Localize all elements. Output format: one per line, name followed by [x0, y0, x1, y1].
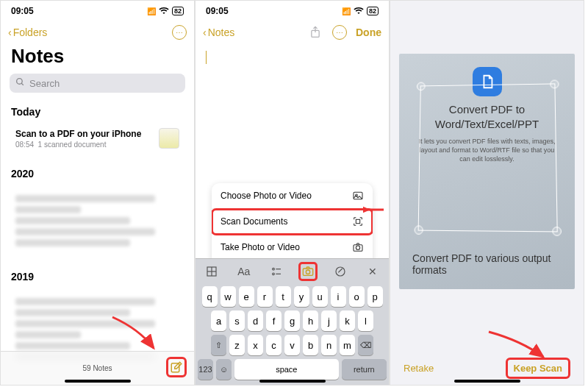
- svg-point-13: [272, 268, 274, 270]
- key-r[interactable]: r: [257, 286, 273, 307]
- key-v[interactable]: v: [284, 335, 300, 355]
- crop-handle-bl[interactable]: [415, 225, 423, 234]
- scan-lower-title: Convert PDF to various output formats: [412, 252, 575, 276]
- key-a[interactable]: a: [211, 310, 226, 331]
- status-time: 09:05: [206, 6, 229, 16]
- key-t[interactable]: t: [276, 286, 291, 307]
- notes-group-2020[interactable]: [8, 184, 187, 258]
- home-indicator[interactable]: [259, 380, 326, 383]
- svg-point-0: [17, 79, 23, 85]
- note-thumbnail: [159, 128, 179, 149]
- key-k[interactable]: k: [340, 310, 355, 331]
- home-indicator[interactable]: [65, 380, 131, 383]
- svg-point-19: [336, 267, 345, 276]
- menu-label: Choose Photo or Video: [220, 191, 312, 201]
- checklist-button[interactable]: [267, 262, 286, 281]
- menu-scan-documents[interactable]: Scan Documents: [212, 209, 373, 235]
- emoji-key[interactable]: ☺: [216, 359, 232, 380]
- key-z[interactable]: z: [229, 335, 245, 355]
- section-today: Today: [1, 100, 194, 122]
- numbers-key[interactable]: 123: [198, 359, 213, 380]
- key-u[interactable]: u: [312, 286, 328, 307]
- back-label: Notes: [208, 26, 235, 38]
- search-input[interactable]: Search: [10, 74, 185, 93]
- key-d[interactable]: d: [248, 310, 263, 331]
- backspace-key[interactable]: ⌫: [358, 335, 373, 355]
- key-x[interactable]: x: [248, 335, 263, 355]
- note-row[interactable]: Scan to a PDF on your iPhone 08:54 1 sca…: [8, 122, 187, 155]
- key-q[interactable]: q: [202, 286, 218, 307]
- signal-icon: 📶: [342, 7, 351, 15]
- key-h[interactable]: h: [303, 310, 318, 331]
- status-time: 09:05: [11, 6, 34, 16]
- markup-button[interactable]: [331, 262, 350, 281]
- scan-action-bar: Retake Keep Scan: [390, 358, 584, 379]
- space-key[interactable]: space: [234, 359, 339, 380]
- compose-button[interactable]: [166, 357, 187, 377]
- key-l[interactable]: l: [358, 310, 373, 331]
- menu-label: Scan Documents: [220, 216, 287, 227]
- note-title: Scan to a PDF on your iPhone: [15, 129, 141, 139]
- back-button[interactable]: ‹ Notes: [203, 26, 234, 38]
- key-j[interactable]: j: [321, 310, 337, 331]
- chevron-left-icon: ‹: [8, 26, 12, 38]
- crop-handle-br[interactable]: [552, 227, 562, 236]
- menu-label: Take Photo or Video: [220, 242, 300, 252]
- nav-bar: ‹ Folders ⋯: [1, 21, 194, 43]
- key-y[interactable]: y: [294, 286, 309, 307]
- key-i[interactable]: i: [331, 286, 346, 307]
- menu-take-photo[interactable]: Take Photo or Video: [212, 235, 373, 260]
- signal-icon: 📶: [147, 7, 156, 15]
- svg-point-8: [356, 246, 359, 249]
- key-m[interactable]: m: [340, 335, 355, 355]
- more-button[interactable]: ⋯: [172, 25, 187, 40]
- text-cursor[interactable]: [206, 51, 207, 64]
- status-right: 📶 82: [147, 7, 184, 15]
- status-bar: 09:05 📶 82: [1, 1, 194, 21]
- svg-point-18: [306, 270, 310, 274]
- key-f[interactable]: f: [266, 310, 282, 331]
- battery-icon: 82: [367, 7, 379, 15]
- crop-frame[interactable]: [418, 83, 558, 232]
- wifi-icon: [354, 7, 364, 15]
- home-indicator[interactable]: [454, 380, 520, 383]
- key-e[interactable]: e: [239, 286, 254, 307]
- key-n[interactable]: n: [321, 335, 337, 355]
- more-button[interactable]: ⋯: [332, 25, 347, 40]
- page-title: Notes: [1, 43, 194, 74]
- crop-handle-tl[interactable]: [417, 82, 426, 91]
- share-button[interactable]: [307, 24, 323, 40]
- section-2020: 2020: [1, 162, 194, 184]
- screen-note-editor: 09:05 📶 82 ‹ Notes ⋯ Done Choose Photo o…: [195, 0, 390, 386]
- text-format-button[interactable]: Aa: [234, 262, 254, 281]
- svg-line-1: [21, 83, 24, 85]
- wifi-icon: [159, 7, 169, 15]
- retake-button[interactable]: Retake: [404, 363, 434, 374]
- key-s[interactable]: s: [229, 310, 245, 331]
- camera-attach-button[interactable]: [298, 262, 318, 281]
- key-p[interactable]: p: [368, 286, 383, 307]
- shift-key[interactable]: ⇧: [211, 335, 226, 355]
- done-button[interactable]: Done: [356, 26, 381, 38]
- chevron-left-icon: ‹: [203, 26, 207, 38]
- scan-viewport[interactable]: Convert PDF to Word/Text/Excel/PPT It le…: [399, 54, 575, 289]
- search-icon: [15, 77, 25, 89]
- key-w[interactable]: w: [220, 286, 236, 307]
- keyboard: qwertyuiop asdfghjkl ⇧zxcvbnm⌫ 123 ☺ spa…: [196, 283, 389, 385]
- camera-icon: [352, 241, 364, 253]
- table-tool-button[interactable]: [202, 262, 221, 281]
- note-subline: 08:54 1 scanned document: [15, 141, 141, 149]
- keep-scan-button[interactable]: Keep Scan: [506, 358, 570, 379]
- key-o[interactable]: o: [349, 286, 365, 307]
- key-c[interactable]: c: [266, 335, 282, 355]
- back-label: Folders: [13, 26, 48, 38]
- status-bar: 09:05 📶 82: [196, 1, 389, 21]
- return-key[interactable]: return: [342, 359, 387, 380]
- screen-notes-list: 09:05 📶 82 ‹ Folders ⋯ Notes Search Toda…: [0, 0, 195, 386]
- photo-icon: [352, 190, 364, 202]
- back-button[interactable]: ‹ Folders: [8, 26, 47, 38]
- key-b[interactable]: b: [303, 335, 318, 355]
- menu-choose-photo[interactable]: Choose Photo or Video: [212, 183, 373, 209]
- key-g[interactable]: g: [284, 310, 300, 331]
- close-toolbar-button[interactable]: ✕: [363, 262, 382, 281]
